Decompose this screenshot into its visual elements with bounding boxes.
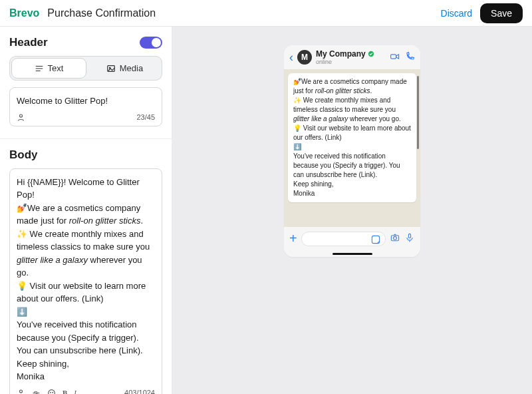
header-toggle[interactable]	[140, 37, 162, 49]
header-tab-text[interactable]: Text	[11, 58, 86, 79]
svg-point-5	[19, 114, 22, 117]
phone-body: 💅We are a cosmetics company made just fo…	[284, 69, 420, 227]
phone-call-icon	[404, 51, 415, 64]
discard-button[interactable]: Discard	[441, 8, 472, 19]
scroll-indicator	[417, 76, 419, 149]
phone-header: ‹ M My Company online	[284, 45, 420, 69]
topbar: Brevo Purchase Confirmation Discard Save	[0, 0, 532, 27]
text-lines-icon	[35, 64, 44, 73]
person-var-icon[interactable]	[17, 389, 25, 395]
avatar: M	[297, 50, 312, 65]
bold-icon[interactable]: B	[63, 389, 67, 395]
svg-text:S: S	[33, 389, 38, 394]
company-name: My Company	[316, 49, 366, 59]
header-section-title: Header	[9, 36, 48, 49]
italic-icon[interactable]: I	[74, 389, 76, 395]
header-tab-media-label: Media	[120, 63, 143, 73]
phone-preview: ‹ M My Company online 💅We are a cosmetic…	[284, 45, 420, 257]
svg-point-10	[50, 392, 51, 393]
section-header-head: Header	[9, 36, 162, 49]
svg-point-6	[19, 390, 22, 393]
svg-point-11	[53, 392, 53, 393]
svg-point-16	[394, 236, 397, 240]
message-bubble: 💅We are a cosmetics company made just fo…	[288, 73, 416, 202]
camera-icon	[390, 232, 400, 245]
header-text-input[interactable]: Welcome to Glitter Pop! 23/45	[9, 87, 162, 126]
media-icon	[106, 64, 116, 73]
phone-footer: +	[284, 227, 420, 257]
header-tab-media[interactable]: Media	[88, 57, 162, 80]
mic-icon	[404, 232, 415, 245]
video-call-icon	[390, 51, 400, 64]
sticker-icon	[370, 234, 381, 247]
header-type-segmented: Text Media	[9, 56, 162, 81]
header-counter: 23/45	[136, 113, 155, 121]
body-text-value: Hi {{NAME}}! Welcome to Glitter Pop! 💅We…	[17, 176, 155, 383]
home-indicator	[332, 253, 372, 255]
svg-rect-13	[391, 54, 396, 58]
person-var-icon[interactable]	[17, 113, 25, 122]
verified-badge-icon	[368, 51, 374, 57]
body-counter: 403/1024	[124, 389, 155, 394]
save-button[interactable]: Save	[480, 3, 523, 23]
svg-rect-17	[408, 234, 410, 238]
emoji-icon[interactable]	[47, 389, 56, 395]
header-tab-text-label: Text	[48, 63, 64, 73]
brand-logo: Brevo	[9, 7, 39, 19]
page-title: Purchase Confirmation	[47, 7, 156, 19]
svg-point-9	[49, 389, 55, 394]
editor-sidebar: Header Text Media Welcome to Glitter Pop…	[0, 27, 172, 394]
message-input-placeholder	[301, 232, 386, 246]
body-section-title: Body	[9, 148, 38, 162]
preview-pane: ‹ M My Company online 💅We are a cosmetic…	[172, 27, 532, 394]
back-icon: ‹	[289, 51, 293, 65]
body-text-input[interactable]: Hi {{NAME}}! Welcome to Glitter Pop! 💅We…	[9, 168, 162, 395]
company-status: online	[316, 59, 374, 65]
section-body-head: Body	[9, 148, 162, 162]
plus-icon: +	[289, 231, 297, 246]
strike-icon[interactable]: S	[32, 389, 41, 395]
header-text-value: Welcome to Glitter Pop!	[17, 95, 155, 108]
